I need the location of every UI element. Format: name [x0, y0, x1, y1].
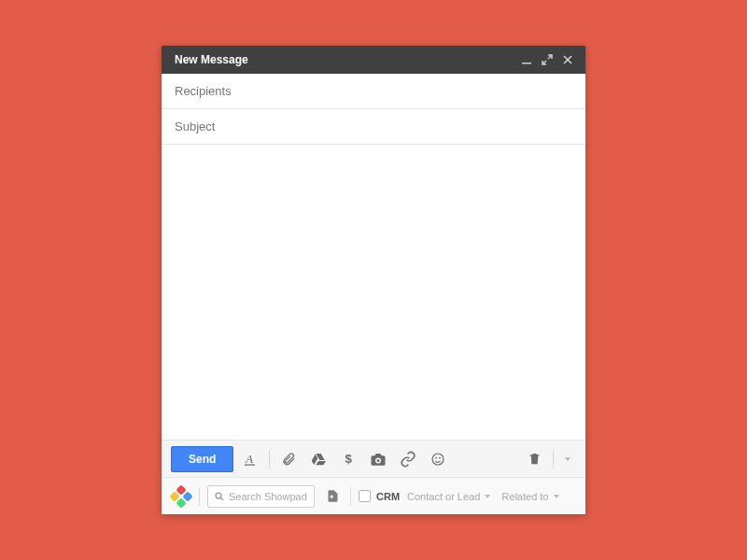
svg-point-5	[436, 457, 437, 458]
svg-rect-2	[245, 464, 255, 465]
svg-point-6	[440, 457, 441, 458]
drive-icon[interactable]	[305, 446, 331, 472]
subject-input[interactable]	[175, 109, 572, 144]
close-icon[interactable]	[557, 49, 578, 70]
photo-icon[interactable]	[365, 446, 391, 472]
contact-or-lead-dropdown[interactable]: Contact or Lead	[407, 491, 494, 502]
message-body-input[interactable]	[162, 145, 585, 440]
related-to-dropdown[interactable]: Related to	[501, 491, 562, 502]
crm-toggle[interactable]: CRM	[359, 490, 400, 502]
svg-text:$: $	[345, 453, 353, 466]
svg-point-7	[216, 493, 221, 498]
formatting-toolbar: Send A $	[162, 440, 585, 477]
separator	[199, 487, 200, 506]
money-icon[interactable]: $	[335, 446, 361, 472]
separator	[553, 450, 554, 469]
trash-icon[interactable]	[521, 446, 547, 472]
separator	[269, 450, 270, 469]
search-showpad-input[interactable]	[229, 491, 308, 502]
add-file-icon[interactable]	[322, 486, 343, 507]
separator	[350, 487, 351, 506]
showpad-logo-icon[interactable]	[171, 486, 191, 507]
chevron-down-icon	[485, 495, 490, 498]
svg-point-4	[432, 454, 444, 465]
svg-rect-0	[522, 63, 531, 64]
search-showpad-wrap	[207, 485, 315, 508]
recipients-row	[162, 74, 585, 109]
titlebar: New Message	[162, 46, 585, 74]
body-area	[162, 145, 585, 440]
link-icon[interactable]	[395, 446, 421, 472]
search-icon	[214, 491, 225, 502]
attachment-icon[interactable]	[275, 446, 302, 472]
more-options-button[interactable]	[559, 457, 576, 461]
send-button[interactable]: Send	[171, 446, 233, 472]
subject-row	[162, 109, 585, 145]
window-title: New Message	[175, 53, 516, 66]
crm-label: CRM	[376, 491, 400, 502]
formatting-icon[interactable]: A	[237, 446, 263, 472]
emoji-icon[interactable]	[425, 446, 451, 472]
compose-window: New Message Send A	[162, 46, 585, 514]
crm-checkbox[interactable]	[359, 490, 371, 502]
recipients-input[interactable]	[175, 74, 572, 108]
minimize-button[interactable]	[516, 49, 537, 70]
integration-toolbar: CRM Contact or Lead Related to	[162, 477, 585, 514]
expand-icon[interactable]	[537, 49, 557, 70]
chevron-down-icon	[554, 495, 559, 498]
svg-text:A: A	[245, 452, 253, 466]
